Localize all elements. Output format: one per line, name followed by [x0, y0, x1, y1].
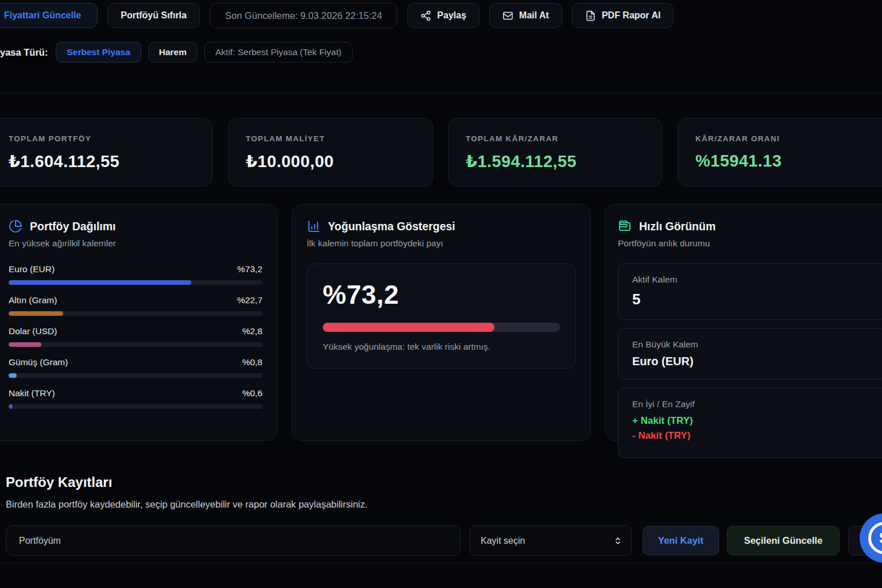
quick-view-subtitle: Portföyün anlık durumu [618, 238, 882, 249]
record-select-value: Kayit seçin [481, 536, 525, 546]
assistant-fab-button[interactable]: S [860, 513, 882, 563]
stat-label: KÂR/ZARAR ORANI [695, 134, 881, 143]
stat-card-profit-ratio: KÂR/ZARAR ORANI %15941.13 [678, 118, 882, 187]
concentration-note: Yüksek yoğunlaşma: tek varlik riski artm… [323, 342, 560, 352]
pdf-report-label: PDF Rapor Al [602, 10, 661, 21]
distribution-row-cash: Nakit (TRY) %0,6 [9, 388, 262, 409]
records-title: Portföy Kayıtları [6, 474, 112, 490]
stat-label: TOPLAM MALİYET [246, 134, 416, 143]
stat-value: %15941.13 [695, 152, 881, 171]
active-market-status: Aktif: Serbest Piyasa (Tek Fiyat) [204, 42, 353, 63]
market-type-row: yasa Türü: Serbest Piyasa Harem Aktif: S… [0, 41, 353, 63]
distribution-row-gold: Altın (Gram) %22,7 [9, 295, 262, 316]
share-label: Paylaş [437, 10, 466, 21]
asset-label: Euro (EUR) [9, 264, 55, 274]
asset-bar-track [9, 373, 262, 378]
last-update-status: Son Güncelleme: 9.03.2026 22:15:24 [210, 3, 397, 28]
portfolio-name-input[interactable] [6, 525, 461, 556]
concentration-value: %73,2 [323, 279, 560, 310]
quick-view-panel: Hızlı Görünüm Portföyün anlık durumu Akt… [605, 204, 882, 441]
select-stepper-icon [613, 536, 623, 546]
mail-button[interactable]: Mail At [489, 3, 562, 28]
pie-chart-icon [9, 219, 22, 233]
stat-card-total-cost: TOPLAM MALİYET ₺10.000,00 [228, 118, 434, 187]
asset-bar-fill [9, 373, 17, 378]
concentration-header: Yoğunlaşma Göstergesi [307, 219, 576, 233]
top-toolbar: Fiyattari Güncelle Portföyü Sıfırla Son … [0, 3, 674, 28]
records-description: Birden fazla portföy kaydedebilir, seçip… [6, 499, 368, 510]
stat-card-total-profit: TOPLAM KÂR/ZARAR ₺1.594.112,55 [448, 118, 662, 187]
asset-bar-track [9, 342, 262, 347]
asset-bar-fill [9, 311, 63, 316]
worst-item-value: - Nakit (TRY) [632, 430, 872, 442]
concentration-subtitle: İlk kalemin toplam portföydeki payı [307, 238, 576, 249]
best-item-value: + Nakit (TRY) [632, 415, 872, 427]
asset-bar-track [9, 280, 262, 285]
header-divider [0, 93, 882, 94]
asset-bar-fill [9, 404, 13, 409]
reset-portfolio-button[interactable]: Portföyü Sıfırla [107, 3, 200, 28]
stat-card-total-portfolio: TOPLAM PORTFÖY ₺1.604.112,55 [0, 118, 212, 187]
asset-percent: %73,2 [237, 264, 262, 274]
asset-bar-track [9, 311, 262, 316]
biggest-item-card: En Büyük Kalem Euro (EUR) [618, 328, 882, 380]
active-items-label: Aktif Kalem [632, 274, 872, 285]
harem-pill[interactable]: Harem [148, 42, 198, 63]
asset-percent: %22,7 [237, 295, 262, 305]
stat-label: TOPLAM KÂR/ZARAR [466, 134, 644, 143]
stat-label: TOPLAM PORTFÖY [9, 134, 195, 143]
market-type-label: yasa Türü: [0, 47, 48, 58]
biggest-item-label: En Büyük Kalem [632, 339, 872, 350]
distribution-row-silver: Gümüş (Gram) %0,8 [9, 357, 262, 378]
concentration-card: %73,2 Yüksek yoğunlaşma: tek varlik risk… [307, 264, 576, 369]
new-record-button[interactable]: Yeni Kayit [643, 526, 719, 555]
portfolio-dashboard: Fiyattari Güncelle Portföyü Sıfırla Son … [0, 0, 882, 588]
mail-icon [502, 10, 513, 21]
distribution-row-usd: Dolar (USD) %2,8 [9, 326, 262, 347]
active-items-value: 5 [632, 291, 872, 308]
pdf-report-button[interactable]: PDF Rapor Al [572, 3, 674, 28]
distribution-header: Portföy Dağılımı [9, 219, 262, 233]
bar-chart-icon [307, 219, 320, 233]
stat-value: ₺10.000,00 [246, 152, 416, 171]
concentration-panel: Yoğunlaşma Göstergesi İlk kalemin toplam… [292, 204, 591, 441]
share-button[interactable]: Paylaş [407, 3, 479, 28]
asset-bar-fill [9, 280, 191, 285]
update-selected-button[interactable]: Seçileni Güncelle [727, 526, 840, 555]
footer-divider [0, 563, 882, 563]
update-prices-button[interactable]: Fiyattari Güncelle [0, 3, 98, 28]
wallet-icon [618, 219, 632, 233]
quick-view-header: Hızlı Görünüm [618, 219, 882, 233]
assistant-fab-ring: S [868, 522, 882, 554]
stat-value: ₺1.594.112,55 [466, 152, 644, 171]
pdf-file-icon [585, 10, 596, 21]
asset-label: Dolar (USD) [9, 326, 57, 336]
distribution-row-euro: Euro (EUR) %73,2 [9, 264, 262, 285]
asset-label: Altın (Gram) [9, 295, 57, 305]
distribution-title: Portföy Dağılımı [30, 220, 116, 233]
asset-percent: %0,6 [242, 388, 262, 399]
stat-value: ₺1.604.112,55 [9, 152, 195, 171]
best-worst-label: En İyi / En Zayif [632, 399, 872, 409]
free-market-pill[interactable]: Serbest Piyasa [56, 42, 141, 63]
biggest-item-value: Euro (EUR) [632, 355, 872, 368]
share-icon [420, 10, 431, 21]
record-select[interactable]: Kayit seçin [470, 525, 632, 556]
quick-view-title: Hızlı Görünüm [639, 220, 715, 233]
asset-percent: %0,8 [242, 357, 262, 368]
assistant-fab-label: S [879, 529, 882, 547]
concentration-bar-fill [323, 323, 494, 332]
asset-percent: %2,8 [242, 326, 262, 336]
quick-view-list: Aktif Kalem 5 En Büyük Kalem Euro (EUR) … [618, 263, 882, 458]
asset-label: Nakit (TRY) [9, 388, 55, 399]
concentration-title: Yoğunlaşma Göstergesi [328, 220, 455, 233]
mail-label: Mail At [519, 10, 549, 21]
asset-bar-track [9, 404, 262, 409]
concentration-bar-track [323, 323, 560, 332]
distribution-subtitle: En yüksek ağırilkil kalemler [9, 238, 262, 249]
distribution-panel: Portföy Dağılımı En yüksek ağırilkil kal… [0, 204, 277, 441]
active-items-card: Aktif Kalem 5 [618, 263, 882, 320]
asset-label: Gümüş (Gram) [9, 357, 68, 368]
distribution-list: Euro (EUR) %73,2 Altın (Gram) %22,7 Do [9, 264, 262, 409]
asset-bar-fill [9, 342, 41, 347]
